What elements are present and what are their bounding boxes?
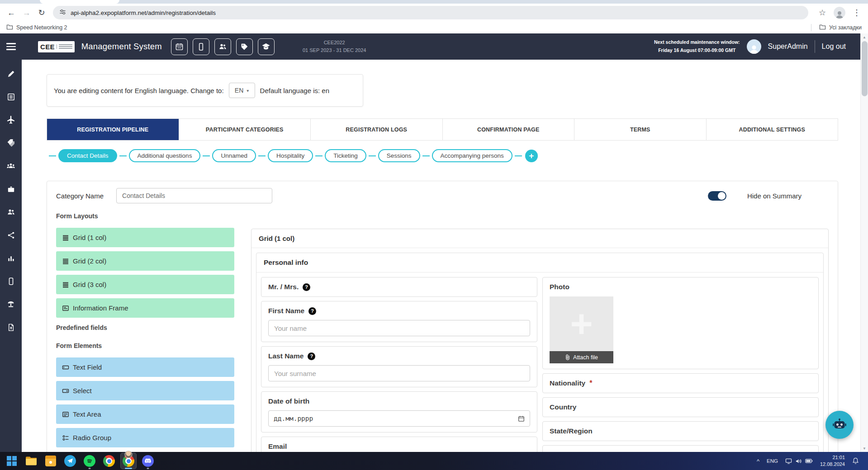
field-nationality[interactable]: Nationality * — [542, 373, 819, 393]
step-ticketing[interactable]: Ticketing — [325, 149, 366, 162]
tab-registration-logs[interactable]: REGISTRATION LOGS — [311, 119, 443, 140]
photo-uploader[interactable]: + Attach file — [550, 296, 613, 363]
layout-grid-3col-button[interactable]: Grid (3 col) — [56, 275, 234, 294]
active-browser-tab[interactable] — [40, 0, 119, 4]
field-mr-mrs[interactable]: Mr. / Mrs. ? — [261, 277, 537, 297]
language-select[interactable]: EN ▾ — [229, 83, 255, 98]
step-contact-details[interactable]: Contact Details — [58, 149, 117, 162]
briefcase-icon[interactable] — [6, 184, 15, 193]
page-scrollbar[interactable]: ▲ ▼ — [860, 33, 868, 452]
all-bookmarks[interactable]: Усі закладки — [829, 24, 862, 31]
help-icon[interactable]: ? — [308, 307, 316, 315]
element-radio-group-button[interactable]: Radio Group — [56, 428, 234, 447]
tab-registration-pipeline[interactable]: REGISTRATION PIPELINE — [47, 119, 179, 140]
step-accompanying-persons[interactable]: Accompanying persons — [432, 149, 512, 162]
notifications-bell-icon[interactable] — [852, 457, 859, 465]
step-additional-questions[interactable]: Additional questions — [129, 149, 201, 162]
category-name-input[interactable] — [116, 188, 272, 203]
first-name-input[interactable] — [268, 320, 530, 336]
graduation-cap-icon[interactable] — [258, 38, 275, 55]
tab-terms[interactable]: TERMS — [574, 119, 707, 140]
airplane-icon[interactable] — [6, 115, 15, 124]
date-of-birth-input[interactable]: дд.мм.рррр — [268, 410, 530, 427]
file-explorer-button[interactable] — [23, 453, 39, 469]
user-avatar[interactable] — [747, 39, 761, 54]
layout-grid-2col-button[interactable]: Grid (2 col) — [56, 251, 234, 271]
chatbot-button[interactable] — [825, 411, 854, 439]
refresh-icon[interactable]: ↻ — [35, 6, 48, 19]
field-date-of-birth[interactable]: Date of birth дд.мм.рррр — [261, 391, 537, 432]
tag-icon[interactable] — [236, 38, 253, 55]
tab-additional-settings[interactable]: ADDITIONAL SETTINGS — [707, 119, 838, 140]
field-state-region[interactable]: State/Region — [542, 421, 819, 441]
back-icon[interactable]: ← — [5, 6, 18, 19]
keyboard-language[interactable]: ENG — [767, 458, 778, 464]
field-first-name[interactable]: First Name ? — [261, 301, 537, 342]
field-country[interactable]: Country — [542, 397, 819, 417]
cee-logo[interactable]: CEE — [38, 41, 75, 52]
field-city[interactable]: City — [542, 445, 819, 452]
tray-status-icons[interactable] — [785, 458, 813, 464]
scrollbar-thumb[interactable] — [862, 41, 868, 96]
tags-icon[interactable] — [6, 138, 15, 147]
notes-app-button[interactable] — [43, 453, 59, 469]
smartphone-icon[interactable] — [193, 38, 209, 55]
bookmark-star-icon[interactable]: ☆ — [816, 6, 829, 19]
discord-button[interactable] — [140, 453, 156, 469]
users-icon[interactable] — [6, 207, 15, 216]
field-photo[interactable]: Photo + Attach file — [542, 277, 819, 369]
browser-menu-icon[interactable]: ⋮ — [850, 6, 863, 19]
address-bar[interactable]: api-alpha2.expoplatform.net/admin/regist… — [53, 6, 808, 19]
folder-icon — [25, 456, 37, 466]
help-icon[interactable]: ? — [303, 283, 310, 291]
forward-icon[interactable]: → — [20, 6, 33, 19]
logout-button[interactable]: Log out — [822, 42, 846, 51]
photo-placeholder[interactable]: + — [550, 296, 613, 351]
rows-icon — [62, 234, 69, 241]
people-group-icon[interactable] — [6, 161, 15, 170]
calendar-icon[interactable] — [171, 38, 188, 55]
tab-participant-categories[interactable]: PARTICIPANT CATEGORIES — [179, 119, 311, 140]
tune-icon[interactable] — [59, 9, 66, 17]
attach-file-button[interactable]: Attach file — [550, 351, 613, 363]
booth-icon[interactable] — [6, 300, 15, 309]
scroll-up-icon[interactable]: ▲ — [861, 33, 868, 41]
element-text-field-button[interactable]: Text Field — [56, 357, 234, 377]
element-select-button[interactable]: Select — [56, 381, 234, 400]
step-sessions[interactable]: Sessions — [378, 149, 420, 162]
scroll-down-icon[interactable]: ▼ — [861, 445, 868, 452]
chrome-active-button[interactable] — [120, 453, 137, 469]
calendar-icon[interactable] — [518, 415, 525, 422]
tray-expand-icon[interactable]: ^ — [757, 458, 759, 465]
taskbar-clock[interactable]: 21:01 12.08.2024 — [820, 454, 845, 468]
start-button[interactable] — [4, 453, 20, 469]
username[interactable]: SuperAdmin — [768, 42, 808, 51]
telegram-button[interactable] — [62, 453, 78, 469]
tab-confirmation-page[interactable]: CONFIRMATION PAGE — [443, 119, 575, 140]
help-icon[interactable]: ? — [308, 352, 315, 360]
list-icon[interactable] — [6, 92, 15, 101]
layout-grid-1col-button[interactable]: Grid (1 col) — [56, 228, 234, 247]
browser-profile-avatar[interactable] — [834, 7, 845, 19]
element-text-area-button[interactable]: Text Area — [56, 404, 234, 424]
layout-information-frame-button[interactable]: Information Frame — [56, 298, 234, 318]
bookmark-folder[interactable]: Speed Networking 2 — [16, 24, 67, 31]
people-icon[interactable] — [214, 38, 231, 55]
pencil-icon[interactable] — [6, 69, 15, 78]
field-email[interactable]: Email — [261, 437, 537, 452]
share-icon[interactable] — [6, 230, 15, 240]
hide-on-summary-toggle[interactable] — [708, 191, 726, 201]
chrome-button[interactable] — [101, 453, 117, 469]
bar-chart-icon[interactable] — [6, 254, 15, 263]
file-upload-icon[interactable] — [6, 323, 15, 332]
field-last-name[interactable]: Last Name ? — [261, 346, 537, 387]
step-unnamed[interactable]: Unnamed — [212, 149, 256, 162]
spotify-button[interactable] — [81, 453, 98, 469]
add-step-button[interactable]: + — [525, 150, 538, 162]
fields-column-left: Mr. / Mrs. ? First Name ? — [261, 277, 537, 452]
hamburger-menu-icon[interactable] — [6, 43, 16, 50]
smartphone-icon[interactable] — [6, 277, 15, 286]
last-name-input[interactable] — [268, 365, 530, 381]
url-text[interactable]: api-alpha2.expoplatform.net/admin/regist… — [71, 9, 216, 16]
step-hospitality[interactable]: Hospitality — [268, 149, 313, 162]
